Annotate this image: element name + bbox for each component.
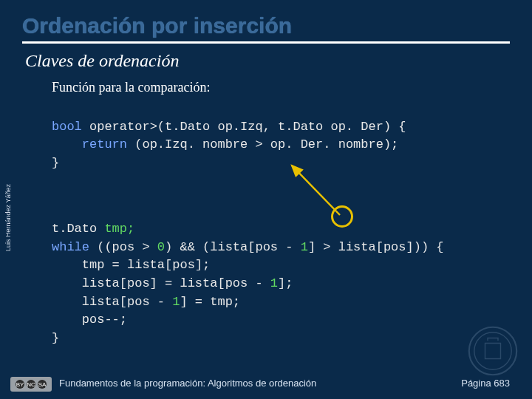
highlight-oval-icon xyxy=(331,205,353,228)
svg-point-0 xyxy=(469,327,516,375)
code-text: operator>(t.Dato op.Izq, t.Dato op. Der)… xyxy=(82,120,406,134)
keyword-while: while xyxy=(52,240,89,254)
code-block-2: t.Dato tmp; while ((pos > 0) && (lista[p… xyxy=(52,202,510,399)
code-text: } xyxy=(52,331,59,345)
code-text: ] > lista[pos])) { xyxy=(308,240,444,254)
intro-text: Función para la comparación: xyxy=(52,80,510,95)
literal: 1 xyxy=(301,240,308,254)
footer-left: Fundamentos de la programación: Algoritm… xyxy=(59,378,316,389)
code-text: } xyxy=(52,156,59,170)
horizontal-rule xyxy=(22,41,510,44)
literal: 1 xyxy=(172,295,180,309)
footer: Fundamentos de la programación: Algoritm… xyxy=(59,378,510,389)
code-text: t.Dato xyxy=(52,222,104,236)
cc-sa-icon: SA xyxy=(38,380,47,389)
author-side-label: Luis Hernández Yáñez xyxy=(4,184,12,251)
code-block-1: bool operator>(t.Dato op.Izq, t.Dato op.… xyxy=(52,100,510,173)
code-text: tmp = lista[pos]; xyxy=(52,258,210,272)
code-text: lista[pos - xyxy=(52,295,172,309)
slide-title: Ordenación por inserción xyxy=(22,13,510,38)
code-text: ] = tmp; xyxy=(180,295,240,309)
code-text: ((pos > xyxy=(89,240,157,254)
identifier: tmp; xyxy=(104,222,134,236)
code-text: pos--; xyxy=(52,313,127,327)
code-text: ]; xyxy=(278,276,293,290)
literal: 1 xyxy=(270,276,278,290)
code-text: lista[pos] = lista[pos - xyxy=(52,276,270,290)
slide-subtitle: Claves de ordenación xyxy=(25,51,510,71)
code-text: (op.Izq. nombre > op. Der. nombre); xyxy=(127,137,398,151)
literal: 0 xyxy=(157,240,165,254)
code-text: ) && (lista[pos - xyxy=(165,240,301,254)
footer-page-number: Página 683 xyxy=(461,378,510,389)
keyword-return: return xyxy=(52,137,127,151)
institution-seal-icon xyxy=(467,325,519,377)
cc-by-icon: BY xyxy=(16,380,24,389)
keyword-bool: bool xyxy=(52,120,82,134)
cc-license-badge: BY NC SA xyxy=(10,377,52,392)
cc-nc-icon: NC xyxy=(27,380,35,389)
